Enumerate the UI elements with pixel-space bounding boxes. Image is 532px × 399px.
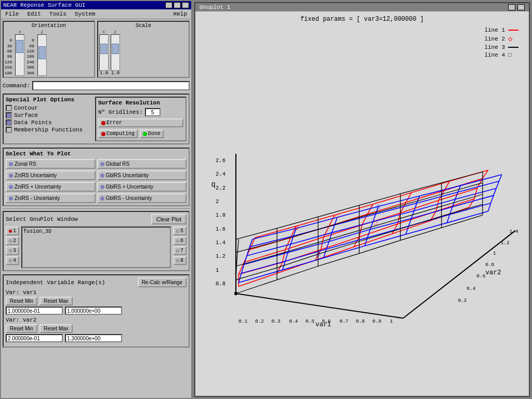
menu-help[interactable]: Help: [171, 10, 189, 18]
scale-box: Scale C 1.0 Z 1.0: [97, 21, 190, 78]
znlrs-plus-button[interactable]: ZnlRS + Uncertainty: [6, 182, 96, 192]
znlrs-minus-label: ZnlRS - Uncertainty: [15, 195, 60, 201]
scale-sliders: C 1.0 Z 1.0: [99, 30, 188, 76]
window-2-button[interactable]: 2: [6, 236, 19, 245]
svg-text:0.3: 0.3: [272, 318, 281, 324]
svg-text:1: 1: [216, 267, 219, 273]
menu-system[interactable]: System: [73, 10, 98, 18]
membership-label: Membership Functions: [14, 127, 83, 133]
svg-text:□: □: [374, 220, 378, 227]
indep-var-section: Independent Variable Range(s) Re-Calc w/…: [3, 274, 190, 348]
z-slider-col: Z: [37, 30, 47, 76]
var2-label: Var: var2: [6, 317, 187, 323]
win1-dot: [9, 230, 12, 233]
menu-tools[interactable]: Tools: [47, 10, 69, 18]
svg-text:2.2: 2.2: [216, 185, 225, 191]
global-rs-dot: [100, 162, 104, 166]
window-8-button[interactable]: 8: [173, 256, 187, 265]
command-label: Command:: [3, 83, 30, 89]
znlrs-minus-dot: [9, 196, 13, 201]
gblrs-unc-dot: [100, 174, 104, 178]
c-label: C: [103, 30, 105, 34]
datapoints-checkbox[interactable]: [6, 119, 12, 126]
gnuplot-window-title: Gnuplot 1: [200, 4, 230, 10]
svg-text:0.6: 0.6: [322, 318, 331, 324]
gridlines-input[interactable]: [145, 108, 161, 116]
win1-label: 1: [13, 228, 16, 234]
gblrs-minus-button[interactable]: GblRS - Uncertainty: [97, 193, 187, 203]
x-values: 0306090120150180: [5, 38, 12, 76]
gblrs-uncertainty-button[interactable]: GblRS Uncertainty: [97, 170, 187, 180]
svg-text:□: □: [316, 251, 320, 258]
z2-slider[interactable]: [111, 34, 120, 71]
menu-file[interactable]: File: [3, 10, 21, 18]
svg-text:1.6: 1.6: [216, 226, 225, 232]
win8-label: 8: [180, 258, 183, 263]
zonal-rs-button[interactable]: Zonal RS: [6, 159, 96, 169]
window-7-button[interactable]: 7: [173, 246, 187, 255]
x-label: X: [19, 30, 21, 34]
c-value: 1.0: [100, 71, 108, 76]
membership-checkbox[interactable]: [6, 127, 12, 133]
svg-line-28: [236, 294, 403, 318]
clear-plot-button[interactable]: Clear Plot: [151, 214, 187, 224]
surface-res-title: Surface Resolution: [98, 100, 183, 106]
special-plot-section: Special Plot Options Contour Surface Dat…: [3, 94, 190, 144]
window-3-button[interactable]: 3: [6, 246, 19, 255]
svg-text:2: 2: [216, 198, 219, 205]
global-rs-button[interactable]: Global RS: [97, 159, 187, 169]
svg-text:2.6: 2.6: [216, 157, 225, 164]
window-list-left: 1 2 3 4: [6, 227, 19, 268]
var1-min-input[interactable]: [6, 307, 63, 315]
menu-edit[interactable]: Edit: [25, 10, 43, 18]
computing-dot: [101, 132, 105, 136]
var1-reset-max[interactable]: Reset Max: [39, 297, 73, 305]
recalc-button[interactable]: Re-Calc w/Range: [138, 277, 187, 287]
x-slider[interactable]: [15, 34, 24, 76]
znlrs-unc-label: ZnlRS Uncertainty: [15, 172, 57, 178]
z-slider[interactable]: [37, 34, 47, 76]
c-slider[interactable]: [99, 34, 109, 71]
close-button[interactable]: ×: [182, 2, 189, 8]
svg-text:□: □: [377, 204, 380, 210]
window-4-button[interactable]: 4: [6, 256, 19, 265]
svg-text:0.8: 0.8: [216, 281, 225, 287]
error-button[interactable]: Error: [98, 118, 183, 127]
znlrs-plus-label: ZnlRS + Uncertainty: [15, 184, 61, 190]
fixed-params: fixed params = [ var3=12,000000 ]: [200, 16, 525, 23]
z2-slider-col: Z 1.0: [111, 30, 120, 76]
win4-label: 4: [13, 258, 16, 263]
computing-button[interactable]: Computing: [98, 129, 138, 138]
y-axis-label: q: [211, 181, 216, 189]
gnuplot-close[interactable]: ×: [517, 4, 525, 10]
var2-min-input[interactable]: [6, 334, 63, 342]
var1-max-input[interactable]: [65, 307, 122, 315]
svg-point-36: [234, 292, 237, 295]
gnuplot-windows: 1 2 3 4 fusion_3D: [6, 227, 187, 268]
contour-checkbox[interactable]: [6, 105, 12, 111]
command-input[interactable]: [32, 81, 190, 90]
var2-row: Var: var2 Reset Min Reset Max: [6, 317, 187, 342]
special-plot-left: Special Plot Options Contour Surface Dat…: [6, 97, 91, 141]
svg-text:0.4: 0.4: [467, 286, 475, 291]
znlrs-unc-dot: [9, 174, 13, 178]
win8-dot: [176, 259, 179, 262]
var2-reset-max[interactable]: Reset Max: [39, 324, 73, 333]
var2-reset-min[interactable]: Reset Min: [6, 324, 37, 333]
gnuplot-minimize[interactable]: _: [508, 4, 515, 10]
znlrs-uncertainty-button[interactable]: ZnlRS Uncertainty: [6, 170, 96, 180]
window-5-button[interactable]: 5: [173, 227, 187, 235]
window-1-button[interactable]: 1: [6, 227, 19, 235]
done-button[interactable]: Done: [140, 129, 164, 138]
var2-max-input[interactable]: [65, 334, 122, 342]
gblrs-plus-button[interactable]: GblRS + Uncertainty: [97, 182, 187, 192]
maximize-button[interactable]: □: [174, 2, 181, 8]
surface-checkbox[interactable]: [6, 112, 12, 118]
znlrs-minus-button[interactable]: ZnlRS - Uncertainty: [6, 193, 96, 203]
var1-reset-min[interactable]: Reset Min: [6, 297, 37, 305]
gnuplot-select-title: Select GnuPlot Window: [6, 216, 78, 222]
window-6-button[interactable]: 6: [173, 236, 187, 245]
win7-label: 7: [180, 248, 183, 254]
minimize-button[interactable]: _: [165, 2, 172, 8]
z-thumb: [38, 46, 46, 59]
